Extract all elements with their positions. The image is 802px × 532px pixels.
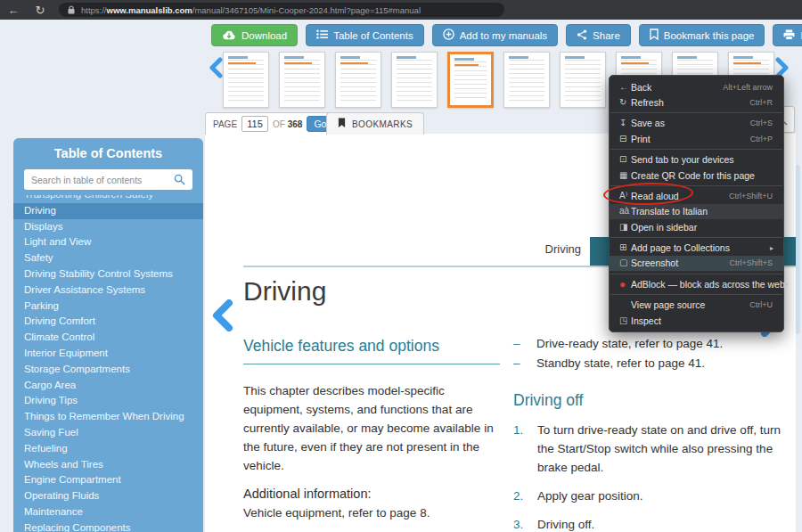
sidebar-item-refueling[interactable]: Refueling [13,441,203,457]
list-number: 2. [513,487,537,506]
sidebar-item-driving-comfort[interactable]: Driving Comfort [13,314,203,330]
menu-item-translate-to-italian[interactable]: aàTranslate to Italian [610,204,783,219]
table-of-contents-button[interactable]: Table of Contents [306,24,424,46]
menu-item-open-in-sidebar[interactable]: ◨Open in sidebar [610,219,783,234]
toc-list: Transporting Children SafelyDrivingDispl… [13,195,203,532]
menu-item-view-page-source[interactable]: View page sourceCtrl+U [610,298,783,313]
sidebar-item-climate-control[interactable]: Climate Control [13,330,203,346]
manual-left-column: Vehicle features and options This chapte… [243,337,500,532]
list-icon [316,29,328,41]
add-to-manuals-button[interactable]: Add to my manuals [432,24,558,46]
sidebar-item-transporting-children-safely[interactable]: Transporting Children Safely [13,195,203,203]
list-number: 3. [513,516,537,532]
download-button[interactable]: Download [211,24,298,46]
menu-item-back[interactable]: ←BackAlt+Left arrow [610,79,783,94]
numbered-list: 1.To turn drive-ready state on and drive… [513,422,782,532]
plus-circle-icon [443,29,454,42]
refresh-icon: ↻ [610,98,631,107]
thumbnail-heading-line [340,56,360,59]
cloud-download-icon [222,29,236,42]
print-page-button[interactable]: Print this page [773,24,802,46]
sidebar-item-operating-fluids[interactable]: Operating Fluids [13,488,203,504]
thumbnail-heading-line [677,56,697,59]
menu-item-screenshot[interactable]: ▢ScreenshotCtrl+Shift+S [610,256,783,271]
menu-item-label: Print [631,134,750,144]
sidebar-item-maintenance[interactable]: Maintenance [13,504,203,520]
sidebar-item-driving-stability-control-systems[interactable]: Driving Stability Control Systems [13,266,203,282]
page-thumbnail[interactable] [223,52,269,108]
sidebar-item-driving[interactable]: Driving [13,203,203,219]
thumbnails-prev-icon[interactable] [209,57,223,82]
address-bar[interactable]: https://www.manualslib.com/manual/346710… [59,3,504,17]
print-icon: ⊟ [610,135,631,143]
dash-item-text: Standby state, refer to page 41. [536,356,705,370]
menu-item-label: Translate to Italian [631,206,783,217]
menu-item-save-as[interactable]: ↧Save asCtrl+S [610,116,783,131]
sidebar-item-safety[interactable]: Safety [13,250,203,266]
dash-list: –Drive-ready state, refer to page 41.–St… [513,337,782,370]
read-aloud-icon: A⁾ [610,192,631,201]
menu-item-read-aloud[interactable]: A⁾Read aloudCtrl+Shift+U [610,188,783,203]
sidebar-item-things-to-remember-when-driving[interactable]: Things to Remember When Driving [13,409,203,425]
menu-item-adblock-block-ads-across-the-web[interactable]: ●AdBlock — block ads across the web▸ [610,276,783,291]
page-navigation-tab: PAGE OF 368 Go [205,112,341,135]
sidebar-item-replacing-components[interactable]: Replacing Components [13,520,203,532]
page-number-input[interactable] [241,116,268,132]
sidebar-item-interior-equipment[interactable]: Interior Equipment [13,346,203,362]
menu-item-create-qr-code-for-this-page[interactable]: ▦Create QR Code for this page [610,168,783,183]
numbered-item-text: Driving off. [537,516,594,532]
page-thumbnail[interactable] [391,52,438,108]
thumbnail-preview [340,58,376,102]
menu-shortcut: Ctrl+Shift+U [729,192,783,201]
bookmark-page-button[interactable]: Bookmark this page [639,24,765,46]
page-thumbnail[interactable] [447,52,494,108]
sidebar-item-wheels-and-tires[interactable]: Wheels and Tires [13,457,203,473]
bookmarks-tab[interactable]: BOOKMARKS [326,112,424,135]
browser-refresh-icon[interactable]: ↻ [27,4,53,17]
thumbnail-accent-line [228,62,256,64]
page-thumbnail[interactable] [279,52,325,108]
menu-item-inspect[interactable]: ◳Inspect [610,313,783,328]
previous-page-icon[interactable] [210,299,233,335]
sidebar-item-parking[interactable]: Parking [13,299,203,315]
sidebar-item-saving-fuel[interactable]: Saving Fuel [13,425,203,441]
section-heading: Vehicle features and options [243,337,500,364]
menu-item-label: Add page to Collections [631,242,770,253]
sidebar-item-light-and-view[interactable]: Light and View [13,234,203,250]
sidebar-item-driver-assistance-systems[interactable]: Driver Assistance Systems [13,282,203,299]
menu-item-print[interactable]: ⊟PrintCtrl+P [610,131,783,146]
share-button[interactable]: Share [566,24,631,46]
page-header-chapter: Driving [481,242,581,256]
dash-item-text: Drive-ready state, refer to page 41. [536,337,723,350]
menu-item-send-tab-to-your-devices[interactable]: ⊡Send tab to your devices [610,152,783,168]
sidebar-item-engine-compartment[interactable]: Engine Compartment [13,472,203,488]
browser-back-icon[interactable]: ← [0,4,27,17]
browser-chrome: ← ↻ https://www.manualslib.com/manual/34… [0,0,802,20]
menu-shortcut: Alt+Left arrow [723,83,783,92]
dash-bullet: – [513,337,536,350]
page-total: OF 368 [273,119,302,129]
sidebar-search [24,169,192,190]
toc-search-input[interactable] [31,175,174,185]
numbered-list-item: 2.Apply gear position. [513,487,782,506]
thumbnail-heading-line [397,56,416,59]
menu-item-refresh[interactable]: ↻RefreshCtrl+R [610,94,783,110]
thumbnail-heading-line [228,56,248,59]
qr-code-icon: ▦ [610,171,631,180]
menu-item-add-page-to-collections[interactable]: ⊞Add page to Collections▸ [610,240,783,255]
page-thumbnail[interactable] [560,52,606,108]
sidebar-icon: ◨ [610,223,631,232]
sidebar-item-cargo-area[interactable]: Cargo Area [13,378,203,394]
menu-item-label: View page source [631,299,749,310]
numbered-item-text: Apply gear position. [537,487,643,506]
thumbnail-heading-line [733,56,753,59]
page-thumbnail[interactable] [335,52,381,108]
menu-item-label: Read aloud [631,191,729,201]
page-thumbnail[interactable] [503,52,550,108]
dash-list-item: –Drive-ready state, refer to page 41. [513,337,782,350]
sidebar-item-displays[interactable]: Displays [13,219,203,235]
sidebar-item-storage-compartments[interactable]: Storage Compartments [13,362,203,378]
sidebar-item-driving-tips[interactable]: Driving Tips [13,393,203,409]
manual-toolbar: Download Table of Contents Add to my man… [211,24,802,46]
menu-item-label: Open in sidebar [631,222,783,233]
